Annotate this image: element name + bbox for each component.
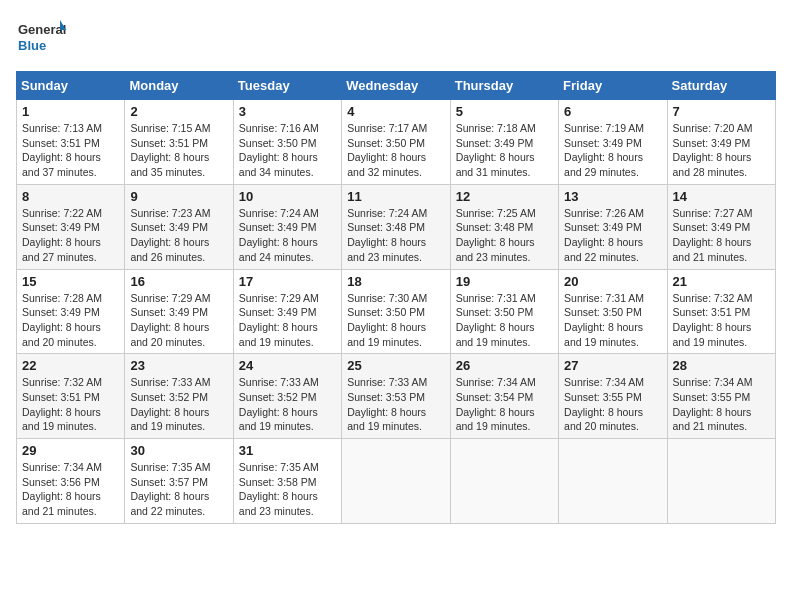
calendar-week-5: 29 Sunrise: 7:34 AM Sunset: 3:56 PM Dayl… xyxy=(17,439,776,524)
day-info: Sunrise: 7:31 AM Sunset: 3:50 PM Dayligh… xyxy=(564,291,661,350)
calendar-header-row: SundayMondayTuesdayWednesdayThursdayFrid… xyxy=(17,72,776,100)
day-info: Sunrise: 7:34 AM Sunset: 3:55 PM Dayligh… xyxy=(564,375,661,434)
day-number: 3 xyxy=(239,104,336,119)
day-number: 6 xyxy=(564,104,661,119)
day-number: 21 xyxy=(673,274,770,289)
calendar-week-2: 8 Sunrise: 7:22 AM Sunset: 3:49 PM Dayli… xyxy=(17,184,776,269)
day-number: 4 xyxy=(347,104,444,119)
calendar-day-30: 30 Sunrise: 7:35 AM Sunset: 3:57 PM Dayl… xyxy=(125,439,233,524)
svg-text:General: General xyxy=(18,22,66,37)
calendar-day-17: 17 Sunrise: 7:29 AM Sunset: 3:49 PM Dayl… xyxy=(233,269,341,354)
calendar-day-26: 26 Sunrise: 7:34 AM Sunset: 3:54 PM Dayl… xyxy=(450,354,558,439)
calendar-day-3: 3 Sunrise: 7:16 AM Sunset: 3:50 PM Dayli… xyxy=(233,100,341,185)
day-info: Sunrise: 7:31 AM Sunset: 3:50 PM Dayligh… xyxy=(456,291,553,350)
calendar-table: SundayMondayTuesdayWednesdayThursdayFrid… xyxy=(16,71,776,524)
day-info: Sunrise: 7:18 AM Sunset: 3:49 PM Dayligh… xyxy=(456,121,553,180)
day-info: Sunrise: 7:30 AM Sunset: 3:50 PM Dayligh… xyxy=(347,291,444,350)
logo: General Blue xyxy=(16,16,66,61)
day-info: Sunrise: 7:27 AM Sunset: 3:49 PM Dayligh… xyxy=(673,206,770,265)
column-header-friday: Friday xyxy=(559,72,667,100)
calendar-day-18: 18 Sunrise: 7:30 AM Sunset: 3:50 PM Dayl… xyxy=(342,269,450,354)
calendar-day-9: 9 Sunrise: 7:23 AM Sunset: 3:49 PM Dayli… xyxy=(125,184,233,269)
column-header-sunday: Sunday xyxy=(17,72,125,100)
logo-svg: General Blue xyxy=(16,16,66,61)
day-info: Sunrise: 7:22 AM Sunset: 3:49 PM Dayligh… xyxy=(22,206,119,265)
calendar-day-22: 22 Sunrise: 7:32 AM Sunset: 3:51 PM Dayl… xyxy=(17,354,125,439)
day-number: 11 xyxy=(347,189,444,204)
calendar-day-25: 25 Sunrise: 7:33 AM Sunset: 3:53 PM Dayl… xyxy=(342,354,450,439)
day-info: Sunrise: 7:19 AM Sunset: 3:49 PM Dayligh… xyxy=(564,121,661,180)
day-info: Sunrise: 7:15 AM Sunset: 3:51 PM Dayligh… xyxy=(130,121,227,180)
empty-cell xyxy=(559,439,667,524)
calendar-day-15: 15 Sunrise: 7:28 AM Sunset: 3:49 PM Dayl… xyxy=(17,269,125,354)
column-header-wednesday: Wednesday xyxy=(342,72,450,100)
day-info: Sunrise: 7:26 AM Sunset: 3:49 PM Dayligh… xyxy=(564,206,661,265)
svg-text:Blue: Blue xyxy=(18,38,46,53)
column-header-saturday: Saturday xyxy=(667,72,775,100)
day-info: Sunrise: 7:28 AM Sunset: 3:49 PM Dayligh… xyxy=(22,291,119,350)
column-header-thursday: Thursday xyxy=(450,72,558,100)
page-header: General Blue xyxy=(16,16,776,61)
day-number: 2 xyxy=(130,104,227,119)
calendar-day-13: 13 Sunrise: 7:26 AM Sunset: 3:49 PM Dayl… xyxy=(559,184,667,269)
day-number: 19 xyxy=(456,274,553,289)
day-number: 5 xyxy=(456,104,553,119)
day-number: 14 xyxy=(673,189,770,204)
calendar-day-11: 11 Sunrise: 7:24 AM Sunset: 3:48 PM Dayl… xyxy=(342,184,450,269)
calendar-day-14: 14 Sunrise: 7:27 AM Sunset: 3:49 PM Dayl… xyxy=(667,184,775,269)
day-number: 1 xyxy=(22,104,119,119)
calendar-day-24: 24 Sunrise: 7:33 AM Sunset: 3:52 PM Dayl… xyxy=(233,354,341,439)
day-number: 27 xyxy=(564,358,661,373)
calendar-day-2: 2 Sunrise: 7:15 AM Sunset: 3:51 PM Dayli… xyxy=(125,100,233,185)
calendar-day-27: 27 Sunrise: 7:34 AM Sunset: 3:55 PM Dayl… xyxy=(559,354,667,439)
day-number: 7 xyxy=(673,104,770,119)
day-info: Sunrise: 7:20 AM Sunset: 3:49 PM Dayligh… xyxy=(673,121,770,180)
day-number: 29 xyxy=(22,443,119,458)
day-number: 15 xyxy=(22,274,119,289)
calendar-day-1: 1 Sunrise: 7:13 AM Sunset: 3:51 PM Dayli… xyxy=(17,100,125,185)
day-number: 16 xyxy=(130,274,227,289)
day-number: 18 xyxy=(347,274,444,289)
day-info: Sunrise: 7:33 AM Sunset: 3:53 PM Dayligh… xyxy=(347,375,444,434)
day-info: Sunrise: 7:33 AM Sunset: 3:52 PM Dayligh… xyxy=(130,375,227,434)
column-header-monday: Monday xyxy=(125,72,233,100)
calendar-day-8: 8 Sunrise: 7:22 AM Sunset: 3:49 PM Dayli… xyxy=(17,184,125,269)
day-info: Sunrise: 7:17 AM Sunset: 3:50 PM Dayligh… xyxy=(347,121,444,180)
day-number: 17 xyxy=(239,274,336,289)
calendar-week-1: 1 Sunrise: 7:13 AM Sunset: 3:51 PM Dayli… xyxy=(17,100,776,185)
day-number: 28 xyxy=(673,358,770,373)
empty-cell xyxy=(342,439,450,524)
column-header-tuesday: Tuesday xyxy=(233,72,341,100)
day-info: Sunrise: 7:32 AM Sunset: 3:51 PM Dayligh… xyxy=(22,375,119,434)
calendar-day-6: 6 Sunrise: 7:19 AM Sunset: 3:49 PM Dayli… xyxy=(559,100,667,185)
calendar-day-10: 10 Sunrise: 7:24 AM Sunset: 3:49 PM Dayl… xyxy=(233,184,341,269)
calendar-day-12: 12 Sunrise: 7:25 AM Sunset: 3:48 PM Dayl… xyxy=(450,184,558,269)
calendar-week-4: 22 Sunrise: 7:32 AM Sunset: 3:51 PM Dayl… xyxy=(17,354,776,439)
day-number: 23 xyxy=(130,358,227,373)
day-number: 22 xyxy=(22,358,119,373)
day-number: 9 xyxy=(130,189,227,204)
day-info: Sunrise: 7:33 AM Sunset: 3:52 PM Dayligh… xyxy=(239,375,336,434)
day-info: Sunrise: 7:25 AM Sunset: 3:48 PM Dayligh… xyxy=(456,206,553,265)
day-info: Sunrise: 7:35 AM Sunset: 3:58 PM Dayligh… xyxy=(239,460,336,519)
day-number: 31 xyxy=(239,443,336,458)
day-info: Sunrise: 7:24 AM Sunset: 3:49 PM Dayligh… xyxy=(239,206,336,265)
day-info: Sunrise: 7:32 AM Sunset: 3:51 PM Dayligh… xyxy=(673,291,770,350)
day-number: 24 xyxy=(239,358,336,373)
day-info: Sunrise: 7:34 AM Sunset: 3:56 PM Dayligh… xyxy=(22,460,119,519)
day-info: Sunrise: 7:24 AM Sunset: 3:48 PM Dayligh… xyxy=(347,206,444,265)
day-info: Sunrise: 7:29 AM Sunset: 3:49 PM Dayligh… xyxy=(239,291,336,350)
day-info: Sunrise: 7:35 AM Sunset: 3:57 PM Dayligh… xyxy=(130,460,227,519)
calendar-day-20: 20 Sunrise: 7:31 AM Sunset: 3:50 PM Dayl… xyxy=(559,269,667,354)
calendar-day-4: 4 Sunrise: 7:17 AM Sunset: 3:50 PM Dayli… xyxy=(342,100,450,185)
day-number: 30 xyxy=(130,443,227,458)
calendar-day-29: 29 Sunrise: 7:34 AM Sunset: 3:56 PM Dayl… xyxy=(17,439,125,524)
day-info: Sunrise: 7:16 AM Sunset: 3:50 PM Dayligh… xyxy=(239,121,336,180)
day-info: Sunrise: 7:13 AM Sunset: 3:51 PM Dayligh… xyxy=(22,121,119,180)
calendar-day-31: 31 Sunrise: 7:35 AM Sunset: 3:58 PM Dayl… xyxy=(233,439,341,524)
day-info: Sunrise: 7:34 AM Sunset: 3:55 PM Dayligh… xyxy=(673,375,770,434)
calendar-day-7: 7 Sunrise: 7:20 AM Sunset: 3:49 PM Dayli… xyxy=(667,100,775,185)
day-number: 10 xyxy=(239,189,336,204)
day-number: 13 xyxy=(564,189,661,204)
day-number: 8 xyxy=(22,189,119,204)
